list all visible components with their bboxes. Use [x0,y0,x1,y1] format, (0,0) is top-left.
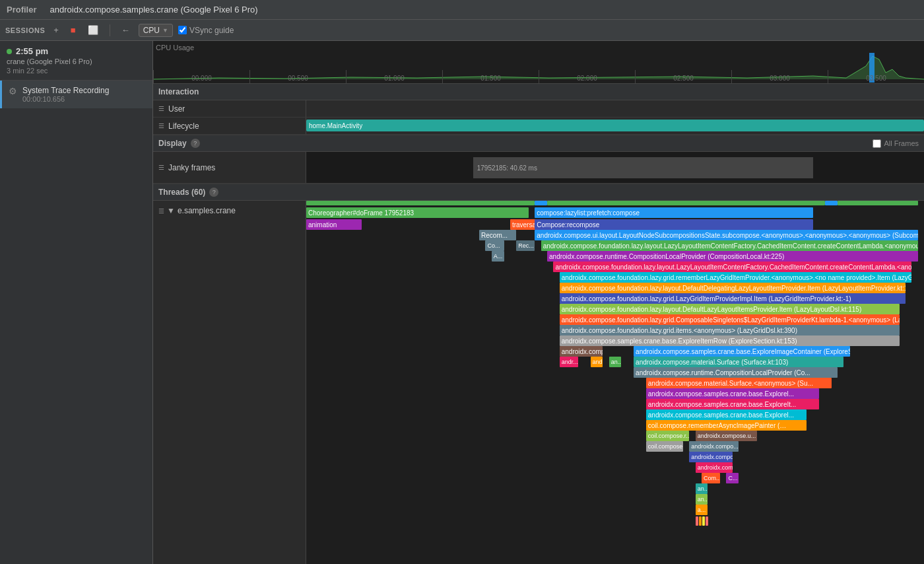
flame-compose-recompose[interactable]: Compose:recompose [535,219,812,230]
flame-explore-l1[interactable]: androidx.compose.samples.crane.base.Expl… [646,388,819,399]
thread-sidebar: ☰ ▼ e.samples.crane [153,201,306,564]
top-bar-green1 [306,201,535,205]
threads-title: Threads (60) [158,188,205,197]
flame-andr2[interactable]: andr... [591,357,603,367]
split-button[interactable]: ⬜ [84,24,102,36]
flame-material-surface-anon[interactable]: androidx.compose.material.Surface.<anony… [646,378,832,388]
interaction-title: Interaction [158,87,199,96]
display-help-icon[interactable]: ? [191,139,200,148]
flame-choreographer[interactable]: Choreographer#doFrame 17952183 [306,207,529,218]
flame-co[interactable]: Co... [485,240,504,251]
user-track-content [306,100,924,117]
flame-composition-local[interactable]: androidx.compose.runtime.CompositionLoca… [547,251,918,262]
flame-subcompose[interactable]: androidx.compose.ui.layout.LayoutNodeSub… [535,230,917,240]
flame-an2[interactable]: an... [696,483,708,494]
all-frames-label: All Frames [884,139,919,147]
main-activity-bar[interactable]: home.MainActivity [306,120,924,131]
cpu-selector[interactable]: CPU ▼ [139,24,173,37]
user-track-label: ☰ User [153,100,306,117]
user-track-row: ☰ User [153,100,924,118]
recording-info: System Trace Recording 00:00:10.656 [22,86,109,103]
flame-explore-l2[interactable]: androidx.compose.samples.crane.base.Expl… [646,409,807,420]
vsync-checkbox[interactable] [178,26,187,34]
flame-com[interactable]: Com... [702,473,720,483]
threads-help-icon[interactable]: ? [209,188,218,197]
flame-coil-r2[interactable]: coil.compose.r... [646,441,683,452]
tab-active[interactable]: androidx.compose.samples.crane (Google P… [50,5,258,15]
janky-frames-label: Janky frames [168,163,215,172]
flame-cached-content[interactable]: androidx.compose.foundation.lazy.layout.… [541,240,918,251]
flame-an1[interactable]: an... [609,357,622,367]
flame-lazylist[interactable]: compose:lazylist:prefetch:compose [535,207,812,218]
sessions-label: SESSIONS [5,26,45,34]
flame-delegating[interactable]: androidx.compose.foundation.lazy.layout.… [560,283,906,293]
tick-7: 03.500 [828,70,924,83]
flame-androidx-compo1[interactable]: androidx.compo... [689,441,739,452]
all-frames-control[interactable]: All Frames [873,139,919,148]
flame-an3[interactable]: an... [696,494,708,505]
thread-canvas[interactable]: Choreographer#doFrame 17952183 compose:l… [306,201,924,564]
session-device: crane (Google Pixel 6 Pro) [7,57,146,65]
top-bar-green3 [838,201,918,205]
tick-4: 02.000 [539,70,635,83]
flame-lazy-items[interactable]: androidx.compose.foundation.lazy.grid.it… [560,325,900,335]
flame-rec[interactable]: Rec... [516,240,535,251]
top-bar-blue1 [535,201,547,205]
flame-default-lazy[interactable]: androidx.compose.foundation.lazy.layout.… [560,304,900,314]
flame-androidx-compo2[interactable]: androidx.compo... [689,452,733,462]
flame-animation[interactable]: animation [306,219,362,230]
recording-item[interactable]: ⚙ System Trace Recording 00:00:10.656 [0,81,152,108]
flame-ui-layout-m[interactable]: androidx.compose.ui.layout.m... [560,346,603,357]
stop-button[interactable]: ■ [67,24,79,36]
vsync-text: VSync guide [189,26,234,35]
janky-bar[interactable]: 17952185: 40.62 ms [473,157,813,178]
lifecycle-track-label: ☰ Lifecycle [153,118,306,134]
title-bar: Profiler androidx.compose.samples.crane … [0,0,924,20]
flame-composable-singletons[interactable]: androidx.compose.foundation.lazy.grid.Co… [560,314,900,325]
flame-a[interactable]: A... [492,251,504,262]
flame-coil-r1[interactable]: coil.compose.r... [646,431,690,441]
back-button[interactable]: ← [118,24,133,36]
main-layout: 2:55 pm crane (Google Pixel 6 Pro) 3 min… [0,41,924,564]
lifecycle-track-row: ☰ Lifecycle home.MainActivity [153,118,924,135]
activity-label: home.MainActivity [309,122,362,129]
janky-content: 17952185: 40.62 ms [306,152,924,183]
threads-header: Threads (60) ? [153,184,924,201]
session-status: 2:55 pm [7,46,146,56]
flame-explore-image-container[interactable]: androidx.compose.samples.crane.base.Expl… [634,346,850,357]
flame-androidx-com[interactable]: androidx.com... [696,462,733,473]
interaction-header: Interaction [153,84,924,100]
flame-remember-lazy[interactable]: androidx.compose.foundation.lazy.grid.re… [560,272,912,283]
flame-c[interactable]: C... [726,473,739,483]
toolbar-separator [110,24,110,36]
flame-explore-it[interactable]: androidx.compose.samples.crane.base.Expl… [646,399,819,409]
janky-tooltip: 17952185: 40.62 ms [477,164,537,172]
flame-androidx-u[interactable]: androidx.compose.u... [696,431,758,441]
timeline-ruler: 00.000 00.500 01.000 01.500 02.000 02.50… [153,70,924,83]
display-title: Display [158,139,187,148]
top-bar-blue2 [825,201,838,205]
bottom-bars [696,516,708,526]
tick-1: 00.500 [249,70,346,83]
tick-2: 01.000 [346,70,442,83]
session-item: 2:55 pm crane (Google Pixel 6 Pro) 3 min… [0,41,152,81]
expand-arrow[interactable]: ▼ [167,206,175,215]
flame-andr1[interactable]: andr... [560,357,578,367]
flame-cached-content2[interactable]: androidx.compose.foundation.lazy.layout.… [553,262,911,272]
display-header: Display ? All Frames [153,135,924,152]
flame-lazygrid-impl[interactable]: androidx.compose.foundation.lazy.grid.La… [560,293,906,304]
vsync-label[interactable]: VSync guide [178,26,234,35]
all-frames-checkbox[interactable] [873,139,881,148]
flame-composition-local2[interactable]: androidx.compose.runtime.CompositionLoca… [634,367,838,378]
flame-coil-remember[interactable]: coil.compose.rememberAsyncImagePainter (… [646,420,807,431]
cpu-label: CPU [143,26,160,35]
flame-explore-item-row[interactable]: androidx.compose.samples.crane.base.Expl… [560,335,900,346]
flame-material-surface[interactable]: androidx.compose.material.Surface (Surfa… [634,357,843,367]
flame-a-last[interactable]: a... [696,505,708,515]
cpu-usage-label: CPU Usage [156,44,194,52]
flame-recom[interactable]: Recom... [479,230,516,240]
add-session-button[interactable]: + [50,24,62,36]
janky-row: ☰ Janky frames 17952185: 40.62 ms [153,152,924,184]
tick-6: 03.000 [731,70,828,83]
thread-name-row[interactable]: ☰ ▼ e.samples.crane [158,206,300,215]
